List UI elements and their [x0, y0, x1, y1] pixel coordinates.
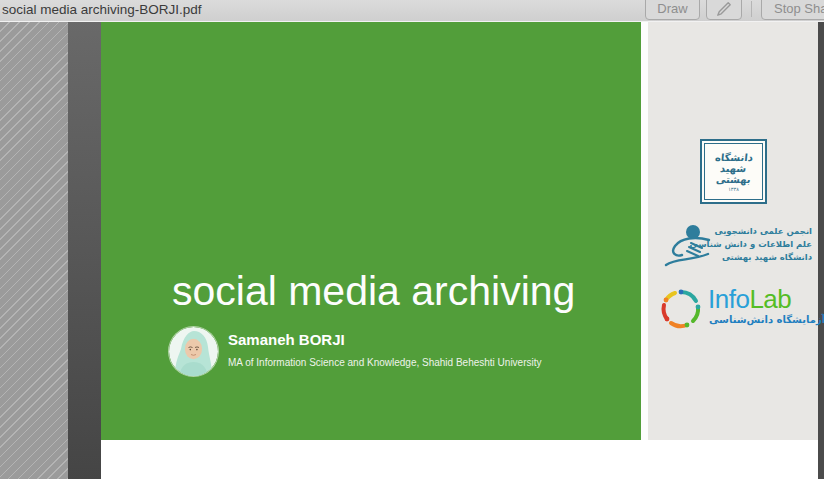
- screen-share-view: social media archiving-BORJI.pdf Draw St…: [0, 0, 824, 479]
- window-titlebar: social media archiving-BORJI.pdf Draw St…: [0, 0, 824, 22]
- logo-panel-content: دانشگاه شهید بهشتی ۱۳۳۸ انجمن علمی دانشج…: [648, 21, 818, 440]
- seal-text-line: دانشگاه: [714, 152, 753, 163]
- slide-title: social media archiving: [172, 267, 575, 315]
- presenter-affiliation: MA of Information Science and Knowledge,…: [228, 357, 542, 368]
- avatar-photo-icon: [169, 327, 218, 376]
- infolab-subtitle-fa: آزمایشگاه دانش‌شناسی: [709, 314, 824, 325]
- toolbar-separator: [751, 1, 752, 17]
- window-side-column: [68, 21, 101, 479]
- pdf-slide-page: social media archiving Samaneh BORJI MA: [101, 21, 818, 440]
- infolab-wordmark-info: Info: [708, 284, 749, 314]
- seal-text-line: شهید: [720, 163, 747, 174]
- pen-icon: [716, 1, 732, 17]
- draw-button[interactable]: Draw: [645, 0, 700, 20]
- association-text-line-1: انجمن علمی دانشجویی: [712, 225, 812, 238]
- infolab-wordmark: InfoLab: [708, 284, 791, 315]
- infolab-wordmark-lab: Lab: [749, 284, 791, 314]
- window-right-edge: [818, 21, 824, 479]
- pen-button[interactable]: [706, 0, 742, 20]
- desktop-hatch-background: [0, 21, 68, 479]
- next-page-area: [101, 440, 818, 479]
- window-title: social media archiving-BORJI.pdf: [2, 2, 202, 17]
- infolab-swirl-icon: [657, 285, 705, 333]
- presenter-avatar: [169, 327, 218, 376]
- seal-year-text: ۱۳۳۸: [728, 186, 739, 192]
- infolab-logo: InfoLab آزمایشگاه دانش‌شناسی: [657, 283, 812, 353]
- stop-share-button[interactable]: Stop Sha: [761, 0, 824, 20]
- presenter-name: Samaneh BORJI: [228, 331, 345, 348]
- slide-green-area: [101, 21, 641, 440]
- university-seal-logo: دانشگاه شهید بهشتی ۱۳۳۸: [700, 139, 767, 204]
- association-text-line-3: دانشگاه شهید بهشتی: [712, 251, 812, 264]
- seal-text-line: بهشتی: [716, 174, 752, 185]
- association-text-line-2: علم اطلاعات و دانش شناسی: [712, 238, 812, 251]
- association-logo: انجمن علمی دانشجویی علم اطلاعات و دانش ش…: [663, 223, 813, 271]
- university-seal-calligraphy: دانشگاه شهید بهشتی ۱۳۳۸: [704, 143, 763, 200]
- slide-divider-strip: [641, 21, 648, 440]
